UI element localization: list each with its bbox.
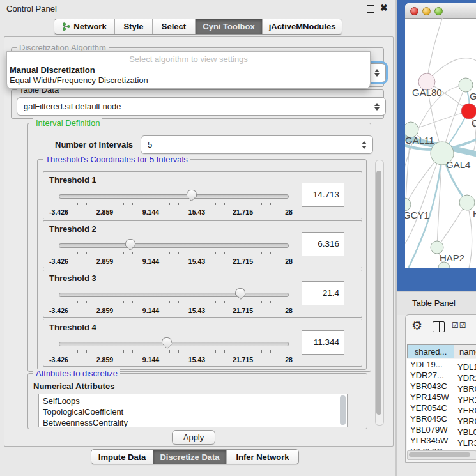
network-window-frame: GAL80 GA C GAL11 GAL4 GCY1 H HAP2 [397,0,476,291]
float-window-icon[interactable] [367,5,374,13]
table-row[interactable]: YBR043CYBR0 [407,381,476,392]
tab-discretize-data[interactable]: Discretize Data [153,450,227,464]
close-icon[interactable]: ✖ [380,3,388,13]
threshold-coordinates-group-title: Threshold's Coordinates for 5 Intervals [43,155,190,164]
column-header-name[interactable]: name [454,344,476,358]
column-header-shared-name[interactable]: shared... [407,344,454,358]
network-tab-icon [62,22,70,31]
threshold-4-slider[interactable]: -3.4262.8599.14415.4321.71528 [59,336,289,364]
tab-select[interactable]: Select [153,19,196,34]
numerical-attributes-label: Numerical Attributes [33,381,114,391]
node-label: C [472,118,476,128]
option-manual-discretization[interactable]: Manual Discretization [10,65,95,75]
slider-track[interactable] [59,194,289,199]
tab-impute-data[interactable]: Impute Data [91,450,153,464]
panel-title: Control Panel [6,4,57,13]
table-row[interactable]: YLR345WYLR3 [407,435,476,446]
numerical-attributes-list[interactable]: SelfLoops TopologicalCoefficient Between… [38,394,348,427]
network-node[interactable] [405,198,411,211]
attributes-list-scrollbar[interactable] [340,395,346,425]
table-row[interactable]: YDL19...YDL1 [407,359,476,370]
cell-shared-name: YBR043C [407,381,455,392]
tab-network[interactable]: Network [54,19,115,34]
slider-track[interactable] [59,342,289,346]
slider-tick-labels: -3.4262.8599.14415.4321.71528 [59,257,289,265]
list-item[interactable]: TopologicalCoefficient [39,406,347,417]
slider-thumb[interactable] [235,288,245,300]
cell-shared-name: YBL079W [407,424,455,435]
table-panel-title: Table Panel [412,298,456,308]
table-data-group: Table Data galFiltered.sif default node [11,89,384,119]
panel-splitter[interactable] [395,0,397,476]
slider-thumb[interactable] [162,337,172,349]
split-view-icon[interactable] [433,321,445,332]
slider-track[interactable] [59,243,289,248]
control-panel-titlebar: Control Panel ✖ [0,0,396,17]
threshold-2-value-field[interactable]: 6.316 [302,232,344,256]
threshold-3-slider[interactable]: -3.4262.8599.14415.4321.71528 [59,287,289,315]
threshold-1-panel: Threshold 1 -3.4262.8599.14415.4321.7152… [43,171,362,219]
tab-select-label: Select [162,22,186,31]
table-row[interactable]: YER054CYER0 [407,403,476,413]
slider-track[interactable] [59,293,289,297]
table-row[interactable]: YPR145WYPR1 [407,392,476,403]
node-label: GA [470,91,476,102]
table-horizontal-scrollbar-thumb[interactable] [409,452,470,457]
settings-scrollbar-thumb[interactable] [376,171,381,415]
minimize-traffic-light-icon[interactable] [422,7,431,15]
option-equal-width-frequency[interactable]: Equal Width/Frequency Discretization [10,75,148,85]
node-label: HAP2 [440,252,464,263]
tab-infer-network[interactable]: Infer Network [227,450,298,464]
table-row[interactable]: YBR045CYBR0 [407,413,476,424]
threshold-1-value-field[interactable]: 14.713 [302,183,344,207]
network-view-window[interactable]: GAL80 GA C GAL11 GAL4 GCY1 H HAP2 [405,3,476,268]
tab-cyni-toolbox-label: Cyni Toolbox [203,22,254,31]
cell-shared-name: YIL052C [407,446,455,450]
threshold-1-label: Threshold 1 [49,175,96,185]
tab-jactivemnodules[interactable]: jActiveMNodules [263,19,342,34]
number-of-intervals-label: Number of Intervals [55,140,133,150]
node-label: GCY1 [405,210,429,220]
cell-shared-name: YLR345W [407,435,455,446]
combo-arrows-icon[interactable] [362,141,367,150]
table-row[interactable]: YBL079WYBL0 [407,424,476,435]
apply-button[interactable]: Apply [172,430,215,445]
threshold-1-slider[interactable]: -3.4262.8599.14415.4321.71528 [59,188,289,217]
table-row[interactable]: YIL052CYIL0 [407,446,476,450]
threshold-3-value-field[interactable]: 21.4 [302,281,344,305]
slider-thumb[interactable] [187,190,197,202]
select-columns-icons[interactable]: ☑☑ [452,321,467,330]
slider-ticks [59,300,289,306]
number-of-intervals-value: 5 [148,140,152,150]
threshold-2-slider[interactable]: -3.4262.8599.14415.4321.71528 [59,238,289,266]
network-node[interactable] [431,241,443,254]
interval-definition-group: Interval Definition Number of Intervals … [27,123,371,372]
threshold-4-value-field[interactable]: 11.344 [302,330,344,355]
table-data-combobox[interactable]: galFiltered.sif default node [17,97,386,116]
close-traffic-light-icon[interactable] [410,7,418,15]
tab-cyni-toolbox[interactable]: Cyni Toolbox [196,19,263,34]
table-row[interactable]: YDR27...YDR2 [407,370,476,381]
network-canvas[interactable]: GAL80 GA C GAL11 GAL4 GCY1 H HAP2 [405,18,476,268]
slider-tick-labels: -3.4262.8599.14415.4321.71528 [59,307,289,314]
table-horizontal-scrollbar[interactable] [407,450,476,460]
network-node-selected[interactable] [461,104,476,119]
algorithm-dropdown-popup: Select algorithm to view settings Manual… [6,51,371,89]
list-item[interactable]: SelfLoops [39,395,347,406]
threshold-2-label: Threshold 2 [49,224,96,234]
settings-scrollbar[interactable] [375,160,384,426]
number-of-intervals-combobox[interactable]: 5 [141,135,373,154]
cell-shared-name: YER054C [407,403,455,413]
app-root: Control Panel ✖ Network Style Select Cyn… [0,0,476,476]
cell-name: YIL0 [455,449,475,450]
attributes-group: Attributes to discretize Numerical Attri… [27,373,367,429]
network-node[interactable] [459,78,473,92]
list-item[interactable]: BetweennessCentrality [39,417,347,427]
slider-thumb[interactable] [125,239,135,251]
combo-arrows-icon[interactable] [374,68,380,77]
gear-icon[interactable]: ⚙ [411,319,422,332]
network-window-titlebar[interactable] [405,3,476,19]
zoom-traffic-light-icon[interactable] [434,7,443,15]
tab-style[interactable]: Style [115,19,153,34]
combo-arrows-icon[interactable] [374,102,380,111]
